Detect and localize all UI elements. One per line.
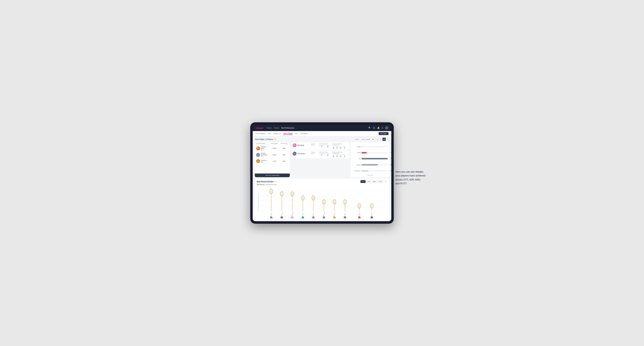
- team-header: Team Clippd | 14 Players ✏️ Show Last 3 …: [255, 138, 389, 141]
- svg-text:Best Streak, Fairway Accuracy: Best Streak, Fairway Accuracy: [258, 193, 259, 211]
- performance-cards: RB Rees Britt 02 Sep 2023 Total Rounds: [291, 142, 349, 177]
- leaderboard-header: PLAYER NAME PB SCORE PB AVG SQ: [255, 142, 290, 145]
- player-info: CA Cameron... 🥉 3: [256, 159, 269, 163]
- player-info: RB Richard Butler 🏅 1: [256, 146, 269, 151]
- total-rounds-group: Total Rounds Tournament 7 Practice 6: [319, 143, 330, 149]
- nav-link-my-performance[interactable]: My Performance: [282, 127, 294, 129]
- table-row: CA Cameron... 🥉 3 17/20 103: [255, 158, 290, 164]
- settings-icon[interactable]: ⊕: [382, 127, 383, 129]
- perf-stats: Total Rounds Tournament 7 Practice 2: [319, 152, 348, 157]
- tab-all-players[interactable]: All Players: [300, 133, 308, 135]
- svg-text:4x: 4x: [334, 201, 335, 203]
- streak-chart-svg: Best Streak, Fairway Accuracy 8 6 4 2 0: [257, 186, 387, 218]
- bar-fill: [362, 146, 362, 147]
- nav-link-teams[interactable]: Teams: [274, 127, 279, 129]
- svg-text:4x: 4x: [324, 201, 324, 203]
- svg-text:0: 0: [262, 211, 263, 212]
- person-icon[interactable]: 👤: [373, 127, 376, 129]
- leaderboard-panel: PLAYER NAME PB SCORE PB AVG SQ RB Richar…: [255, 142, 290, 177]
- bar-track: 3: [362, 146, 388, 147]
- svg-text:8: 8: [262, 189, 263, 191]
- bar-fill: [362, 170, 368, 172]
- chart-subtitle: Off The Tee , Fairway Accuracy: [257, 184, 387, 185]
- card-view-btn[interactable]: ▦: [382, 138, 386, 141]
- view-icons: ⊞ ☰ ▦ ⊟: [376, 138, 389, 141]
- nav-link-home[interactable]: Home: [267, 127, 272, 129]
- add-team-button[interactable]: Add Team: [379, 132, 388, 135]
- tablet-screen: clippd Home Teams My Performance 🔍 👤 🔔 ⊕…: [253, 125, 391, 221]
- badge: 🥈 2: [261, 156, 269, 157]
- svg-text:RB: RB: [359, 217, 360, 218]
- avatar[interactable]: 👤: [385, 126, 388, 130]
- player-info: JC Josh Coles: [292, 152, 310, 156]
- chart-x-label: Total Shots: [352, 174, 388, 176]
- arrow-right-icon: ←: [385, 180, 387, 183]
- search-icon[interactable]: 🔍: [368, 127, 371, 129]
- tab-tour[interactable]: Tour: [295, 133, 298, 135]
- streak-chart-container: Best Streak, Fairway Accuracy 8 6 4 2 0: [257, 186, 387, 218]
- show-controls: Show Last 3 months ⊞ ☰ ▦ ⊟: [355, 138, 389, 141]
- sub-nav: PGAT Players PGA Hcaps 1-5 Team Clippd T…: [253, 131, 391, 136]
- svg-text:BM: BM: [281, 217, 282, 218]
- svg-text:MM: MM: [344, 217, 346, 218]
- grid-view-btn[interactable]: ⊞: [376, 138, 379, 141]
- bar-track: 96: [362, 152, 388, 154]
- filter-putt[interactable]: PUTT: [378, 180, 384, 183]
- player-info: RB Rees Britt: [292, 143, 310, 147]
- tab-pgat-players[interactable]: PGAT Players: [256, 133, 265, 135]
- svg-text:EC: EC: [324, 217, 324, 218]
- tablet-frame: clippd Home Teams My Performance 🔍 👤 🔔 ⊕…: [250, 122, 394, 224]
- svg-text:3x: 3x: [359, 205, 360, 207]
- svg-text:6: 6: [262, 194, 263, 196]
- tab-hcaps[interactable]: Hcaps 1-5: [274, 133, 281, 135]
- bar-fill: [362, 164, 378, 166]
- filter-view-btn[interactable]: ⊟: [386, 138, 389, 141]
- view-leaderboard-button[interactable]: View Full Leaderboard: [255, 173, 290, 177]
- svg-text:2: 2: [262, 205, 263, 206]
- nav-links: Home Teams My Performance: [267, 127, 294, 129]
- svg-text:CQ: CQ: [371, 217, 372, 218]
- show-select[interactable]: Last 3 months: [360, 138, 374, 141]
- filter-buttons: OTT APP ARG PUTT ←: [360, 180, 387, 183]
- bar-track: 499: [362, 158, 388, 159]
- avatar: JC: [292, 152, 296, 156]
- bar-fill: [362, 152, 366, 154]
- nav-right: 🔍 👤 🔔 ⊕ 👤: [368, 126, 388, 130]
- bar-track: 311: [362, 164, 388, 166]
- badge: 🏅 1: [261, 149, 269, 151]
- chart-bar-row: D. Bogeys + 131: [352, 170, 388, 172]
- annotation: Here you can see streaks your players ha…: [396, 170, 430, 185]
- filter-arg[interactable]: ARG: [372, 180, 377, 183]
- svg-text:4: 4: [262, 200, 263, 201]
- team-title: Team Clippd | 14 Players ✏️: [255, 138, 276, 140]
- total-practice-group: Total Practice Activities OTT 0 APP 0: [332, 152, 348, 157]
- filter-ott[interactable]: OTT: [360, 180, 366, 183]
- bell-icon[interactable]: 🔔: [377, 127, 380, 129]
- nav-logo: clippd: [256, 127, 263, 129]
- total-rounds-group: Total Rounds Tournament 7 Practice 2: [319, 152, 330, 157]
- perf-stats: Total Rounds Tournament 7 Practice 6: [319, 143, 348, 149]
- chart-bar-row: Bogeys 311: [352, 164, 388, 166]
- chart-bar-row: Birdies 96: [352, 152, 388, 154]
- filter-app[interactable]: APP: [366, 180, 371, 183]
- svg-text:RB: RB: [313, 217, 314, 218]
- chart-bar-row: Pars 499: [352, 158, 388, 159]
- best-rounds-title: Best Round Streaks ←: [257, 180, 277, 183]
- table-row: RB Richard Butler 🏅 1 19/20 110: [255, 145, 290, 152]
- list-view-btn[interactable]: ☰: [379, 138, 382, 141]
- svg-text:6x: 6x: [281, 193, 282, 195]
- svg-text:DB: DB: [292, 217, 293, 218]
- top-section: PLAYER NAME PB SCORE PB AVG SQ RB Richar…: [255, 142, 389, 177]
- chart-bar-row: Eagles 3: [352, 146, 388, 147]
- performance-card: JC Josh Coles 26 Aug 2023 Total Rounds: [291, 151, 349, 158]
- edit-icon[interactable]: ✏️: [274, 138, 276, 140]
- bar-chart: Eagles 3 Birdies 96: [352, 144, 388, 174]
- svg-text:5x: 5x: [313, 197, 314, 199]
- nav-bar: clippd Home Teams My Performance 🔍 👤 🔔 ⊕…: [253, 125, 391, 131]
- tab-pga[interactable]: PGA: [268, 133, 271, 135]
- svg-text:6x: 6x: [292, 193, 293, 195]
- tab-team-clippd[interactable]: Team Clippd: [283, 133, 292, 135]
- svg-text:4x: 4x: [344, 201, 346, 203]
- performance-card: RB Rees Britt 02 Sep 2023 Total Rounds: [291, 142, 349, 150]
- avatar: RB: [256, 147, 260, 150]
